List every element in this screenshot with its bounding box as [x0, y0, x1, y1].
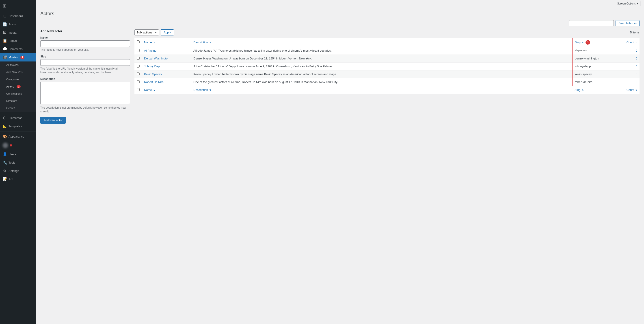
- tfoot-name-cell[interactable]: Name ▲: [142, 86, 191, 94]
- wp-logo-icon: ⊞: [3, 3, 6, 9]
- th-count[interactable]: Count ⇅: [617, 38, 640, 47]
- search-actors-button[interactable]: Search Actors: [616, 20, 640, 26]
- actor-count-link[interactable]: 0: [636, 65, 637, 68]
- sidebar-item-add-new-post[interactable]: Add New Post: [0, 69, 36, 76]
- tfoot-count-cell[interactable]: Count ⇅: [617, 86, 640, 94]
- description-sort-icon: ⇅: [209, 41, 211, 44]
- table-body: Al Pacino Alfredo James "Al" 'Pacino est…: [134, 47, 640, 86]
- sidebar-item-certifications[interactable]: Certifications: [0, 90, 36, 97]
- sidebar-item-pages[interactable]: 📋 Pages: [0, 37, 36, 45]
- sidebar-item-genres[interactable]: Genres: [0, 105, 36, 112]
- actor-name-link[interactable]: Robert De Niro: [144, 80, 164, 84]
- row-checkbox[interactable]: [137, 72, 140, 75]
- media-icon: 🖼: [3, 31, 7, 35]
- sidebar-item-templates[interactable]: 📐 Templates: [0, 122, 36, 130]
- row-count-cell: 0: [617, 47, 640, 55]
- th-slug[interactable]: Slug ⇅ 3: [572, 38, 617, 47]
- row-description-cell: Alfredo James "Al" 'Pacino established h…: [191, 47, 572, 55]
- actor-name-link[interactable]: Denzel Washington: [144, 57, 169, 60]
- toolbar-left: Bulk actions Apply: [134, 29, 174, 36]
- row-checkbox-cell: [134, 70, 142, 78]
- tfoot-slug-cell[interactable]: Slug ⇅: [572, 86, 617, 94]
- row-slug-cell: denzel-washington: [572, 55, 617, 62]
- actor-count-link[interactable]: 0: [636, 80, 637, 84]
- search-area: Search Actors: [40, 20, 640, 26]
- row-slug-cell: johnny-depp: [572, 62, 617, 70]
- row-name-cell: Johnny Depp: [142, 62, 191, 70]
- screen-options-label: Screen Options: [617, 2, 636, 5]
- actor-name-link[interactable]: Kevin Spacey: [144, 72, 162, 76]
- row-checkbox-cell: [134, 78, 142, 86]
- tools-icon: 🔧: [3, 160, 7, 165]
- dashboard-icon: ⊞: [3, 14, 7, 18]
- all-movies-label: All Movies: [6, 64, 18, 67]
- sidebar-item-label: Media: [8, 31, 16, 34]
- sidebar-item-tools[interactable]: 🔧 Tools: [0, 158, 36, 167]
- row-name-cell: Denzel Washington: [142, 55, 191, 62]
- certifications-label: Certifications: [6, 92, 22, 95]
- col-slug-label: Slug: [575, 41, 580, 44]
- description-form-group: Description The description is not promi…: [40, 77, 130, 113]
- name-input[interactable]: [40, 40, 130, 47]
- row-description-cell: John Christopher "Johnny" Depp II was bo…: [191, 62, 572, 70]
- search-actors-input[interactable]: [569, 20, 614, 26]
- row-checkbox[interactable]: [137, 65, 140, 68]
- select-all-checkbox[interactable]: [137, 40, 140, 43]
- form-title: Add New actor: [40, 29, 130, 33]
- tfoot-checkbox-cell: [134, 86, 142, 94]
- sidebar-item-media[interactable]: 🖼 Media: [0, 29, 36, 37]
- sidebar-item-actors[interactable]: Actors 2: [0, 83, 36, 90]
- slug-label: Slug: [40, 55, 130, 58]
- slug-sort-icon: ⇅: [582, 41, 584, 44]
- description-textarea[interactable]: [40, 82, 130, 104]
- add-new-actor-button[interactable]: Add New actor: [40, 117, 66, 124]
- comments-icon: 💬: [3, 47, 7, 51]
- row-checkbox[interactable]: [137, 49, 140, 52]
- sidebar-item-elementor[interactable]: ⬡ Elementor: [0, 114, 36, 122]
- screen-options-button[interactable]: Screen Options ▾: [615, 1, 640, 6]
- row-checkbox-cell: [134, 62, 142, 70]
- sidebar-item-posts[interactable]: 📄 Posts: [0, 20, 36, 29]
- apply-button[interactable]: Apply: [161, 29, 174, 36]
- sidebar-item-acf[interactable]: 📝 ACF: [0, 175, 36, 183]
- row-description-cell: One of the greatest actors of all time, …: [191, 78, 572, 86]
- tfoot-name-label: Name: [144, 88, 152, 92]
- sidebar-item-categories[interactable]: Categories: [0, 76, 36, 83]
- sidebar-item-dashboard[interactable]: ⊞ Dashboard: [0, 12, 36, 20]
- actor-count-link[interactable]: 0: [636, 57, 637, 60]
- sidebar-item-users[interactable]: 👤 Users: [0, 150, 36, 158]
- slug-hint: The "slug" is the URL-friendly version o…: [40, 67, 130, 75]
- row-checkbox[interactable]: [137, 57, 140, 60]
- sidebar-item-comments[interactable]: 💬 Comments: [0, 45, 36, 53]
- slug-column-badge: 3: [586, 40, 590, 45]
- row-count-cell: 0: [617, 62, 640, 70]
- users-icon: 👤: [3, 152, 7, 156]
- tfoot-desc-sort-icon: ⇅: [209, 89, 211, 91]
- th-description[interactable]: Description ⇅: [191, 38, 572, 47]
- sidebar-item-appearance[interactable]: 🎨 Appearance: [0, 132, 36, 141]
- tfoot-select-all-checkbox[interactable]: [137, 88, 140, 91]
- description-hint: The description is not prominent by defa…: [40, 106, 130, 113]
- row-count-cell: 0: [617, 70, 640, 78]
- row-checkbox-cell: [134, 47, 142, 55]
- actor-name-link[interactable]: Al Pacino: [144, 49, 156, 52]
- sidebar-item-all-movies[interactable]: All Movies: [0, 62, 36, 69]
- appearance-icon: 🎨: [3, 134, 7, 139]
- slug-input[interactable]: [40, 59, 130, 66]
- table-panel: Bulk actions Apply 5 items: [134, 29, 640, 124]
- sidebar-item-settings[interactable]: ⚙ Settings: [0, 167, 36, 175]
- actor-name-link[interactable]: Johnny Depp: [144, 65, 161, 68]
- sidebar-item-movies[interactable]: 🎬 Movies 1: [0, 53, 36, 62]
- tfoot-count-label: Count: [626, 88, 634, 92]
- th-name[interactable]: Name ▲: [142, 38, 191, 47]
- row-checkbox[interactable]: [137, 80, 140, 83]
- sidebar-item-directors[interactable]: Directors: [0, 97, 36, 105]
- user-area: [0, 141, 36, 150]
- actor-count-link[interactable]: 0: [636, 72, 637, 76]
- tfoot-desc-cell[interactable]: Description ⇅: [191, 86, 572, 94]
- bulk-actions-select[interactable]: Bulk actions: [134, 29, 159, 36]
- table-row: Denzel Washington Denzel Hayes Washingto…: [134, 55, 640, 62]
- actor-count-link[interactable]: 0: [636, 49, 637, 52]
- topbar: Screen Options ▾: [36, 0, 644, 7]
- tfoot-desc-label: Description: [194, 88, 208, 92]
